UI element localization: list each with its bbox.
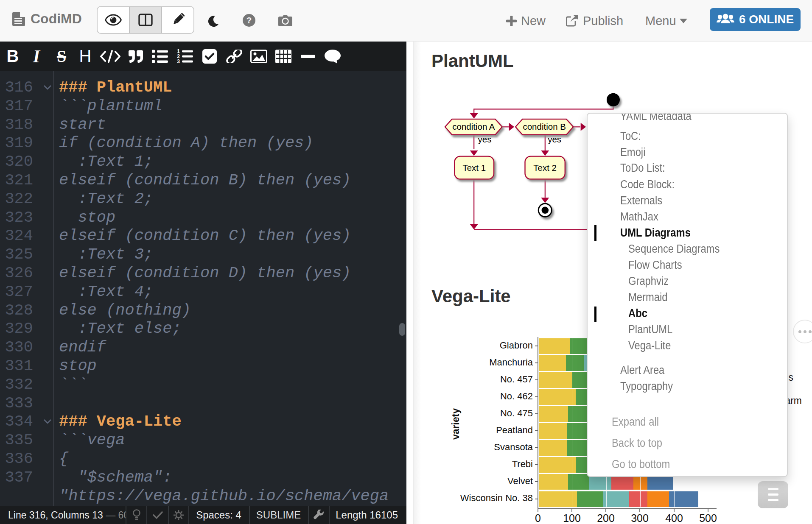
svg-text:Text 1: Text 1 [462,163,486,173]
svg-text:condition B: condition B [523,122,566,131]
svg-text:condition A: condition A [452,122,495,131]
svg-text:yes: yes [548,134,561,144]
svg-text:3: 3 [177,59,180,64]
svg-text:Text 2: Text 2 [533,163,557,173]
svg-text:?: ? [246,15,252,25]
svg-text:yes: yes [478,134,492,144]
